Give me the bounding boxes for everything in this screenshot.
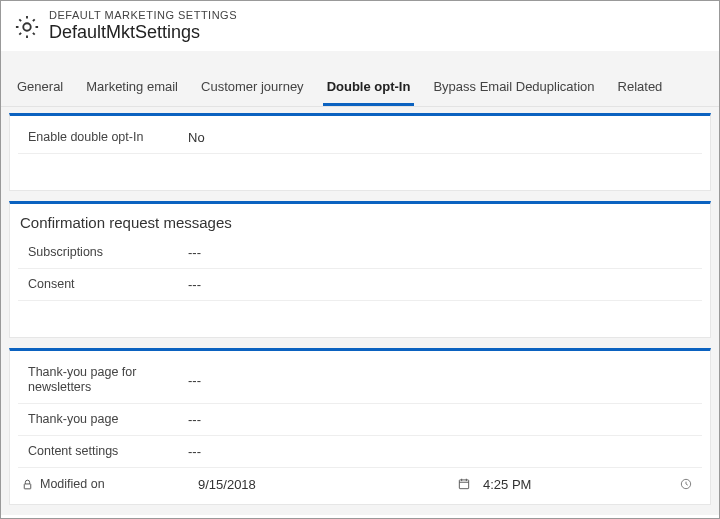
form-header: DEFAULT MARKETING SETTINGS DefaultMktSet… [1,1,719,51]
field-content-settings[interactable]: Content settings --- [18,436,702,468]
value-subscriptions: --- [188,245,201,260]
panel-pages: Thank-you page for newsletters --- Thank… [9,348,711,505]
value-modified-date[interactable]: 9/15/2018 [188,477,453,492]
panel-confirmation-messages: Confirmation request messages Subscripti… [9,201,711,338]
field-enable-double-opt-in[interactable]: Enable double opt-In No [18,122,702,154]
value-modified-time[interactable]: 4:25 PM [475,477,676,492]
field-modified-on: Modified on 9/15/2018 4:25 PM [18,468,702,500]
tab-bypass-dedup[interactable]: Bypass Email Deduplication [429,73,598,106]
field-thankyou-page[interactable]: Thank-you page --- [18,404,702,436]
label-content-settings: Content settings [28,444,188,459]
value-content-settings: --- [188,444,201,459]
value-thankyou-newsletters: --- [188,373,201,388]
page-title: DefaultMktSettings [49,22,237,43]
svg-rect-2 [459,480,468,489]
panel-opt-in: Enable double opt-In No [9,113,711,191]
gear-icon [13,13,41,41]
section-title-confirmation: Confirmation request messages [18,210,702,237]
lock-icon [18,478,36,491]
calendar-icon[interactable] [453,477,475,491]
tab-double-opt-in[interactable]: Double opt-In [323,73,415,106]
label-thankyou-newsletters: Thank-you page for newsletters [28,365,188,395]
clock-icon[interactable] [676,477,702,491]
entity-type-label: DEFAULT MARKETING SETTINGS [49,9,237,21]
svg-rect-1 [24,483,31,488]
field-consent[interactable]: Consent --- [18,269,702,301]
empty-row [18,301,702,333]
value-enable-double-opt-in: No [188,130,205,145]
tab-related[interactable]: Related [614,73,667,106]
value-thankyou-page: --- [188,412,201,427]
panel-container: Enable double opt-In No Confirmation req… [1,107,719,515]
svg-point-0 [23,23,30,30]
field-subscriptions[interactable]: Subscriptions --- [18,237,702,269]
tab-general[interactable]: General [13,73,67,106]
label-enable-double-opt-in: Enable double opt-In [28,130,188,145]
tab-marketing-email[interactable]: Marketing email [82,73,182,106]
empty-row [18,154,702,186]
field-thankyou-newsletters[interactable]: Thank-you page for newsletters --- [18,357,702,404]
label-consent: Consent [28,277,188,292]
settings-form: DEFAULT MARKETING SETTINGS DefaultMktSet… [0,0,720,519]
label-subscriptions: Subscriptions [28,245,188,260]
tab-bar: General Marketing email Customer journey… [1,51,719,107]
tab-customer-journey[interactable]: Customer journey [197,73,308,106]
label-thankyou-page: Thank-you page [28,412,188,427]
label-modified-on: Modified on [36,477,188,492]
value-consent: --- [188,277,201,292]
